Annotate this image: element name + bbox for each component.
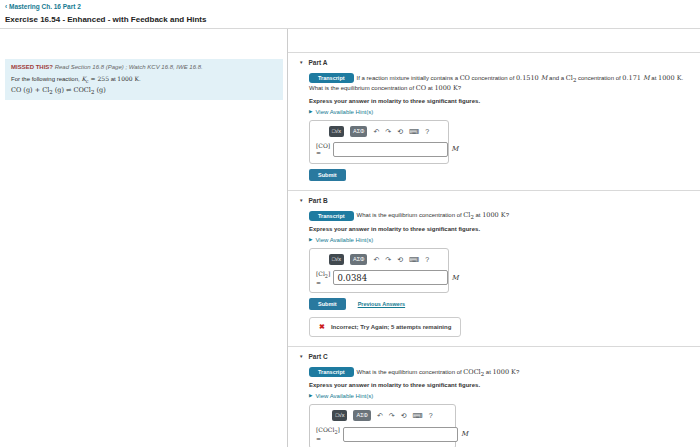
part-b-section: ▼ Part B TranscriptWhat is the equilibri… [288,190,700,346]
hints-label: View Available Hint(s) [315,109,373,115]
parts-panel: ▼ Part A TranscriptIf a reaction mixture… [288,29,700,447]
help-icon[interactable]: ? [429,412,433,419]
iwe-link[interactable]: IWE 16.8 [176,64,201,70]
reset-icon[interactable]: ⟲ [401,412,407,419]
problem-intro-panel: MISSED THIS? Read Section 16.8 (Page) ; … [0,29,288,447]
math-templates-button[interactable]: □√x [329,254,344,265]
redo-icon[interactable]: ↷ [385,256,391,263]
part-c-section: ▼ Part C TranscriptWhat is the equilibri… [288,346,700,447]
part-c-header[interactable]: ▼ Part C [299,353,690,360]
keyboard-icon[interactable]: ⌨ [409,256,419,263]
answer-label: [CO] = [316,142,330,156]
greek-symbols-button[interactable]: ΑΣΦ [350,126,367,137]
part-b-header[interactable]: ▼ Part B [299,197,690,204]
editor-toolbar: □√x ΑΣΦ ↶ ↷ ⟲ ⌨ ? [316,410,449,421]
hints-label: View Available Hint(s) [315,393,373,399]
hints-link[interactable]: ▶ View Available Hint(s) [309,237,690,243]
redo-icon[interactable]: ↷ [389,412,395,419]
unit-label: M [451,274,458,282]
part-b-question: TranscriptWhat is the equilibrium concen… [309,211,690,222]
help-icon[interactable]: ? [425,256,429,263]
chemical-equation: CO (g) + Cl2 (g) ⇌ COCl2 (g) [11,86,277,95]
hints-label: View Available Hint(s) [315,237,373,243]
part-a-question: TranscriptIf a reaction mixture initiall… [309,73,690,94]
undo-icon[interactable]: ↶ [377,412,383,419]
undo-icon[interactable]: ↶ [373,256,379,263]
back-link[interactable]: ‹ Mastering Ch. 16 Part 2 [5,3,700,10]
collapse-icon: ▼ [299,60,303,65]
math-templates-button[interactable]: □√x [329,126,344,137]
part-c-label: Part C [308,353,327,360]
editor-toolbar: □√x ΑΣΦ ↶ ↷ ⟲ ⌨ ? [316,254,442,265]
hints-triangle-icon: ▶ [309,237,312,242]
reset-icon[interactable]: ⟲ [397,256,403,263]
missed-this-label: MISSED THIS? [11,64,53,70]
answer-input[interactable] [333,142,448,157]
feedback-text: Incorrect; Try Again; 5 attempts remaini… [331,324,451,330]
submit-button[interactable]: Submit [309,298,346,310]
answer-input[interactable] [333,270,448,285]
missed-this-line: MISSED THIS? Read Section 16.8 (Page) ; … [11,64,277,70]
part-b-label: Part B [308,197,327,204]
keyboard-icon[interactable]: ⌨ [413,412,423,419]
hints-link[interactable]: ▶ View Available Hint(s) [309,393,690,399]
kc-statement: For the following reaction, Kc = 255 at … [11,75,277,84]
express-instruction: Express your answer in molarity to three… [309,98,690,104]
unit-label: M [461,430,468,438]
transcript-button[interactable]: Transcript [309,73,354,83]
period: . [201,64,203,70]
undo-icon[interactable]: ↶ [373,128,379,135]
transcript-button[interactable]: Transcript [309,211,354,221]
redo-icon[interactable]: ↷ [385,128,391,135]
answer-label: [COCl2] = [316,426,340,442]
kcv-link[interactable]: KCV 16.8 [147,64,173,70]
submit-button[interactable]: Submit [309,169,346,181]
equation-editor: □√x ΑΣΦ ↶ ↷ ⟲ ⌨ ? [CO] = M [309,120,449,164]
hints-link[interactable]: ▶ View Available Hint(s) [309,109,690,115]
question-text: If a reaction mixture initially contains… [309,75,683,91]
express-instruction: Express your answer in molarity to three… [309,382,690,388]
page-header: ‹ Mastering Ch. 16 Part 2 Exercise 16.54… [0,0,700,29]
question-text: What is the equilibrium concentration of… [357,369,520,375]
help-icon[interactable]: ? [425,128,429,135]
intro-infobox: MISSED THIS? Read Section 16.8 (Page) ; … [5,59,283,100]
previous-answers-link[interactable]: Previous Answers [358,301,405,307]
equation-editor: □√x ΑΣΦ ↶ ↷ ⟲ ⌨ ? [Cl2] = M [309,248,449,293]
error-x-icon: ✖ [319,323,325,331]
hints-triangle-icon: ▶ [309,393,312,398]
transcript-button[interactable]: Transcript [309,367,354,377]
answer-label: [Cl2] = [316,270,330,286]
answer-input[interactable] [343,427,458,442]
collapse-icon: ▼ [299,354,303,359]
hints-triangle-icon: ▶ [309,109,312,114]
question-text: What is the equilibrium concentration of… [357,212,509,218]
incorrect-feedback: ✖ Incorrect; Try Again; 5 attempts remai… [309,317,461,337]
page-title: Exercise 16.54 - Enhanced - with Feedbac… [5,15,700,24]
unit-label: M [451,145,458,153]
part-c-question: TranscriptWhat is the equilibrium concen… [309,367,690,378]
express-instruction: Express your answer in molarity to three… [309,226,690,232]
part-a-header[interactable]: ▼ Part A [299,59,690,66]
collapse-icon: ▼ [299,198,303,203]
greek-symbols-button[interactable]: ΑΣΦ [353,410,370,421]
reset-icon[interactable]: ⟲ [397,128,403,135]
equation-editor: □√x ΑΣΦ ↶ ↷ ⟲ ⌨ ? [COCl2] = M [309,404,456,447]
editor-toolbar: □√x ΑΣΦ ↶ ↷ ⟲ ⌨ ? [316,126,442,137]
math-templates-button[interactable]: □√x [332,410,347,421]
read-watch-text: Read Section 16.8 (Page) ; Watch [53,64,147,70]
part-a-label: Part A [308,59,327,66]
greek-symbols-button[interactable]: ΑΣΦ [350,254,367,265]
part-a-section: ▼ Part A TranscriptIf a reaction mixture… [288,52,700,190]
keyboard-icon[interactable]: ⌨ [409,128,419,135]
